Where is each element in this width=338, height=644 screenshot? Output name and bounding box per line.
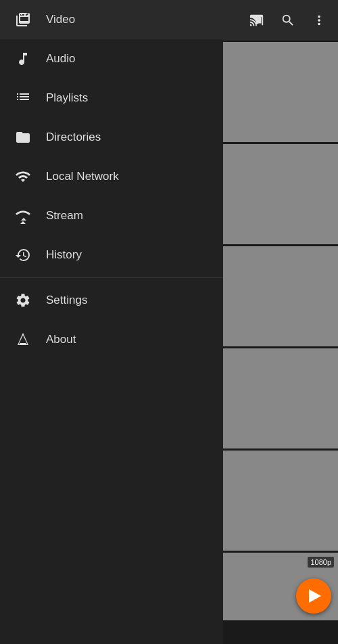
sidebar-item-label-about: About — [46, 333, 76, 346]
settings-icon — [14, 291, 32, 310]
play-button[interactable] — [296, 578, 331, 614]
video-thumb-6[interactable]: 1080p — [223, 553, 338, 620]
main-content: 1080p — [223, 0, 338, 644]
cast-button[interactable] — [242, 5, 272, 35]
local-network-icon — [14, 167, 32, 186]
directories-icon — [14, 128, 32, 147]
audio-icon — [14, 49, 32, 68]
more-options-button[interactable] — [304, 5, 334, 35]
sidebar-item-label-local-network: Local Network — [46, 170, 119, 183]
sidebar-item-label-history: History — [46, 248, 82, 262]
sidebar-item-about[interactable]: About — [0, 320, 223, 359]
history-icon — [14, 246, 32, 264]
play-icon — [309, 589, 321, 603]
sidebar-item-label-settings: Settings — [46, 294, 87, 307]
video-icon — [14, 10, 32, 29]
video-thumb-3[interactable] — [223, 246, 338, 346]
sidebar-item-stream[interactable]: Stream — [0, 196, 223, 235]
sidebar-item-directories[interactable]: Directories — [0, 118, 223, 157]
resolution-badge: 1080p — [308, 557, 334, 568]
navigation-drawer: Video Audio Playlists — [0, 0, 223, 644]
sidebar-item-audio[interactable]: Audio — [0, 39, 223, 78]
video-thumb-4[interactable] — [223, 348, 338, 448]
nav-divider — [0, 277, 223, 278]
sidebar-item-local-network[interactable]: Local Network — [0, 157, 223, 196]
sidebar-item-video[interactable]: Video — [0, 0, 223, 39]
sidebar-item-settings[interactable]: Settings — [0, 281, 223, 320]
svg-rect-0 — [20, 343, 26, 344]
video-thumb-1[interactable] — [223, 42, 338, 142]
sidebar-item-label-video: Video — [46, 13, 75, 26]
sidebar-item-label-playlists: Playlists — [46, 91, 88, 105]
sidebar-item-label-audio: Audio — [46, 52, 75, 66]
sidebar-item-label-directories: Directories — [46, 131, 101, 144]
top-bar — [223, 0, 338, 41]
video-thumb-2[interactable] — [223, 144, 338, 244]
about-icon — [14, 330, 32, 349]
video-thumb-5[interactable] — [223, 451, 338, 551]
stream-icon — [14, 206, 32, 225]
search-button[interactable] — [273, 5, 303, 35]
playlists-icon — [14, 89, 32, 108]
sidebar-item-history[interactable]: History — [0, 235, 223, 275]
app-root: Video Audio Playlists — [0, 0, 338, 644]
sidebar-item-label-stream: Stream — [46, 209, 83, 223]
sidebar-item-playlists[interactable]: Playlists — [0, 78, 223, 118]
video-grid: 1080p — [223, 41, 338, 644]
